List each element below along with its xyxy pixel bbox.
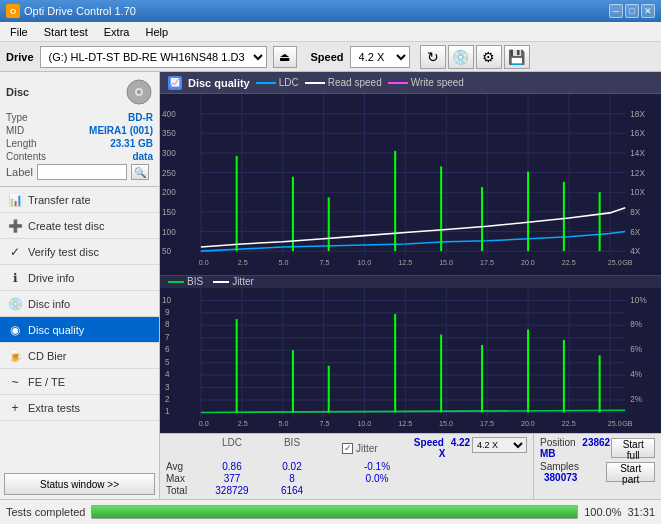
- disc-info-icon: 💿: [8, 297, 22, 311]
- menu-extra[interactable]: Extra: [98, 24, 136, 40]
- chart-icon: 📈: [168, 76, 182, 90]
- speed-stat-header: Speed 4.22 X: [412, 437, 472, 459]
- close-button[interactable]: ✕: [641, 4, 655, 18]
- ldc-legend-label: LDC: [279, 77, 299, 88]
- maximize-button[interactable]: □: [625, 4, 639, 18]
- disc-button[interactable]: 💿: [448, 45, 474, 69]
- avg-label: Avg: [166, 461, 202, 472]
- settings-button[interactable]: ⚙: [476, 45, 502, 69]
- sidebar-item-cd-bier[interactable]: 🍺 CD Bier: [0, 343, 159, 369]
- nav-list: 📊 Transfer rate ➕ Create test disc ✓ Ver…: [0, 187, 159, 421]
- speed-select[interactable]: 4.2 X: [350, 46, 410, 68]
- total-row: Total 328729 6164: [166, 485, 527, 496]
- svg-text:17.5: 17.5: [480, 419, 494, 428]
- read-speed-legend-label: Read speed: [328, 77, 382, 88]
- length-label: Length: [6, 138, 37, 149]
- svg-text:12X: 12X: [630, 169, 645, 178]
- avg-row: Avg 0.86 0.02 -0.1%: [166, 461, 527, 472]
- stats-right: Position 23862 MB Start full Samples 380…: [533, 434, 661, 499]
- nav-label-verify-test-disc: Verify test disc: [28, 246, 99, 258]
- drive-info-icon: ℹ: [8, 271, 22, 285]
- label-field-label: Label: [6, 166, 33, 178]
- max-jitter: 0.0%: [342, 473, 412, 484]
- svg-text:10%: 10%: [630, 295, 647, 304]
- svg-text:8%: 8%: [630, 320, 642, 329]
- ldc-header: LDC: [202, 437, 262, 459]
- menu-help[interactable]: Help: [139, 24, 174, 40]
- jitter-legend-color: [213, 281, 229, 283]
- svg-text:2.5: 2.5: [238, 419, 248, 428]
- sidebar-item-disc-info[interactable]: 💿 Disc info: [0, 291, 159, 317]
- svg-text:1: 1: [165, 407, 170, 416]
- create-disc-icon: ➕: [8, 219, 22, 233]
- sidebar-item-transfer-rate[interactable]: 📊 Transfer rate: [0, 187, 159, 213]
- nav-label-fe-te: FE / TE: [28, 376, 65, 388]
- nav-label-disc-quality: Disc quality: [28, 324, 84, 336]
- start-full-button[interactable]: Start full: [611, 438, 655, 458]
- svg-text:4%: 4%: [630, 370, 642, 379]
- disc-panel: Disc Type BD-R MID MEIRA1 (001) Length 2…: [0, 72, 159, 187]
- menu-file[interactable]: File: [4, 24, 34, 40]
- chart-title: Disc quality: [188, 77, 250, 89]
- max-row: Max 377 8 0.0%: [166, 473, 527, 484]
- app-icon: O: [6, 4, 20, 18]
- total-bis: 6164: [262, 485, 322, 496]
- svg-text:400: 400: [162, 110, 176, 119]
- svg-text:7: 7: [165, 333, 170, 342]
- svg-text:12.5: 12.5: [398, 419, 412, 428]
- svg-text:2%: 2%: [630, 395, 642, 404]
- svg-text:10.0: 10.0: [357, 258, 371, 267]
- svg-text:5.0: 5.0: [279, 258, 289, 267]
- speed-label: Speed: [311, 51, 344, 63]
- top-chart: 400 350 300 250 200 150 100 50 18X 16X 1…: [160, 94, 661, 276]
- max-ldc: 377: [202, 473, 262, 484]
- status-window-button[interactable]: Status window >>: [4, 473, 155, 495]
- svg-text:8X: 8X: [630, 208, 641, 217]
- svg-text:150: 150: [162, 208, 176, 217]
- svg-text:5.0: 5.0: [279, 419, 289, 428]
- menu-bar: File Start test Extra Help: [0, 22, 661, 42]
- minimize-button[interactable]: ─: [609, 4, 623, 18]
- refresh-button[interactable]: ↻: [420, 45, 446, 69]
- eject-button[interactable]: ⏏: [273, 46, 297, 68]
- sidebar: Disc Type BD-R MID MEIRA1 (001) Length 2…: [0, 72, 160, 499]
- verify-disc-icon: ✓: [8, 245, 22, 259]
- label-button[interactable]: 🔍: [131, 164, 149, 180]
- ldc-legend-color: [256, 82, 276, 84]
- mid-label: MID: [6, 125, 24, 136]
- avg-ldc: 0.86: [202, 461, 262, 472]
- sidebar-item-create-test-disc[interactable]: ➕ Create test disc: [0, 213, 159, 239]
- svg-text:200: 200: [162, 188, 176, 197]
- svg-text:6%: 6%: [630, 345, 642, 354]
- sidebar-item-extra-tests[interactable]: + Extra tests: [0, 395, 159, 421]
- save-button[interactable]: 💾: [504, 45, 530, 69]
- svg-text:8: 8: [165, 320, 170, 329]
- type-label: Type: [6, 112, 28, 123]
- sidebar-item-disc-quality[interactable]: ◉ Disc quality: [0, 317, 159, 343]
- max-label: Max: [166, 473, 202, 484]
- drive-select[interactable]: (G:) HL-DT-ST BD-RE WH16NS48 1.D3: [40, 46, 267, 68]
- svg-text:0.0: 0.0: [199, 419, 209, 428]
- start-part-button[interactable]: Start part: [606, 462, 655, 482]
- svg-text:0.0: 0.0: [199, 258, 209, 267]
- status-text: Tests completed: [6, 506, 85, 518]
- bis-header: BIS: [262, 437, 322, 459]
- speed-stat-select[interactable]: 4.2 X: [472, 437, 527, 453]
- sidebar-item-fe-te[interactable]: ~ FE / TE: [0, 369, 159, 395]
- bis-legend-label: BIS: [187, 276, 203, 287]
- jitter-checkbox[interactable]: ✓: [342, 443, 353, 454]
- read-speed-legend-color: [305, 82, 325, 84]
- svg-text:3: 3: [165, 382, 170, 391]
- sidebar-item-drive-info[interactable]: ℹ Drive info: [0, 265, 159, 291]
- svg-text:GB: GB: [622, 258, 633, 267]
- sidebar-item-verify-test-disc[interactable]: ✓ Verify test disc: [0, 239, 159, 265]
- bottom-chart-header: BIS Jitter: [160, 276, 661, 288]
- stats-left: LDC BIS ✓ Jitter Speed 4.22 X 4.2 X: [160, 434, 533, 499]
- jitter-header: Jitter: [356, 443, 378, 454]
- length-value: 23.31 GB: [110, 138, 153, 149]
- svg-text:2: 2: [165, 395, 170, 404]
- contents-value: data: [132, 151, 153, 162]
- menu-start-test[interactable]: Start test: [38, 24, 94, 40]
- nav-label-transfer-rate: Transfer rate: [28, 194, 91, 206]
- label-input[interactable]: [37, 164, 127, 180]
